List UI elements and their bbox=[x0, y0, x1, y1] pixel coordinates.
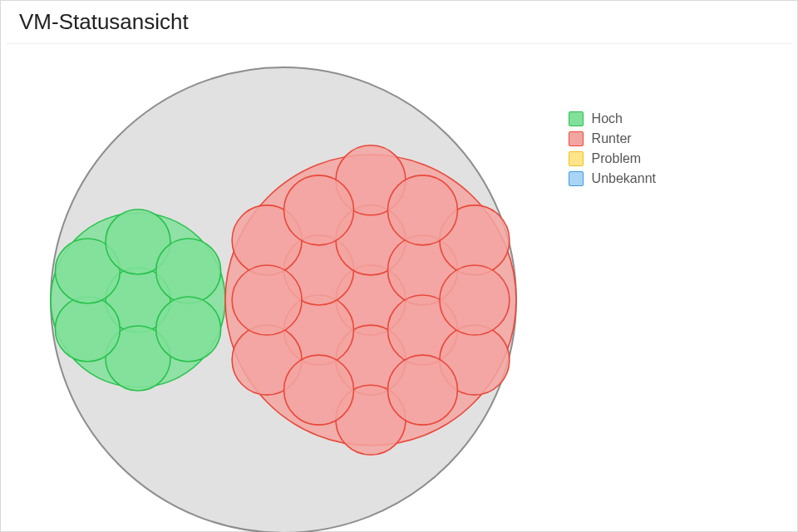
legend: HochRunterProblemUnbekannt bbox=[569, 109, 656, 189]
node-down-group-13[interactable] bbox=[284, 355, 354, 425]
legend-item-up[interactable]: Hoch bbox=[569, 109, 656, 129]
node-up-group-6[interactable] bbox=[156, 297, 221, 362]
legend-item-unknown[interactable]: Unbekannt bbox=[569, 169, 656, 189]
legend-item-trouble[interactable]: Problem bbox=[569, 149, 656, 169]
panel-header: VM-Statusansicht bbox=[6, 1, 792, 44]
vm-status-panel: VM-Statusansicht HochRunterProblemUnbeka… bbox=[0, 0, 798, 532]
legend-label-down: Runter bbox=[592, 131, 632, 146]
node-down-group-16[interactable] bbox=[387, 175, 457, 245]
node-up-group-5[interactable] bbox=[156, 239, 221, 303]
legend-label-trouble: Problem bbox=[592, 151, 642, 166]
legend-label-up: Hoch bbox=[592, 111, 623, 126]
node-down-group-18[interactable] bbox=[387, 355, 457, 425]
legend-swatch-up bbox=[569, 111, 584, 126]
legend-swatch-trouble bbox=[569, 151, 584, 166]
legend-item-down[interactable]: Runter bbox=[569, 129, 656, 149]
node-down-group-17[interactable] bbox=[440, 265, 510, 335]
node-down-group-15[interactable] bbox=[284, 175, 354, 245]
legend-swatch-unknown bbox=[569, 171, 584, 186]
legend-label-unknown: Unbekannt bbox=[592, 171, 656, 186]
legend-swatch-down bbox=[569, 131, 584, 146]
node-down-group-14[interactable] bbox=[232, 265, 302, 335]
panel-title: VM-Statusansicht bbox=[19, 9, 779, 35]
circle-pack-chart bbox=[1, 51, 533, 532]
node-up-group-2[interactable] bbox=[55, 297, 120, 362]
chart-area: HochRunterProblemUnbekannt bbox=[1, 51, 797, 531]
